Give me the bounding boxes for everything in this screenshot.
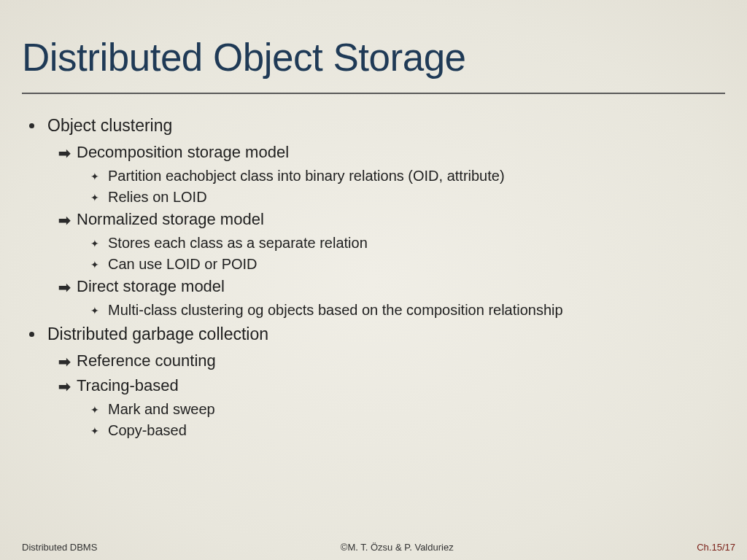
diamond-icon: ✦ [90, 305, 99, 316]
diamond-icon: ✦ [90, 425, 99, 437]
bullet-l2: ➡ Direct storage model [58, 277, 725, 298]
bullet-text: Partition eachobject class into binary r… [108, 168, 505, 184]
bullet-l2: ➡ Reference counting [58, 351, 725, 372]
bullet-l3: ✦ Mark and sweep [90, 401, 725, 418]
arrow-right-icon: ➡ [58, 143, 71, 163]
bullet-text: Copy-based [108, 422, 187, 439]
content-area: Object clustering ➡ Decomposition storag… [22, 116, 725, 439]
bullet-text: Distributed garbage collection [47, 324, 268, 344]
footer-left: Distributed DBMS [22, 542, 97, 553]
bullet-dot-icon [29, 123, 34, 128]
diamond-icon: ✦ [90, 238, 99, 249]
bullet-l3: ✦ Relies on LOID [90, 189, 725, 206]
bullet-text: Normalized storage model [77, 210, 264, 229]
bullet-l1: Object clustering [29, 116, 725, 136]
arrow-right-icon: ➡ [58, 376, 71, 397]
bullet-text: Tracing-based [77, 376, 179, 395]
bullet-l3: ✦ Stores each class as a separate relati… [90, 235, 725, 252]
bullet-text: Decomposition storage model [77, 143, 289, 162]
bullet-l1: Distributed garbage collection [29, 324, 725, 344]
diamond-icon: ✦ [90, 404, 99, 416]
footer-center: ©M. T. Özsu & P. Valduriez [341, 542, 454, 553]
diamond-icon: ✦ [90, 171, 99, 182]
bullet-l2: ➡ Tracing-based [58, 376, 725, 397]
diamond-icon: ✦ [90, 259, 99, 271]
arrow-right-icon: ➡ [58, 351, 71, 372]
bullet-l3: ✦ Can use LOID or POID [90, 256, 725, 273]
bullet-l3: ✦ Multi-class clustering og objects base… [90, 302, 725, 319]
arrow-right-icon: ➡ [58, 277, 71, 298]
slide: Distributed Object Storage Object cluste… [0, 0, 747, 560]
footer-right: Ch.15/17 [697, 542, 735, 553]
bullet-l2: ➡ Normalized storage model [58, 210, 725, 230]
bullet-text: Multi-class clustering og objects based … [108, 302, 563, 319]
bullet-text: Direct storage model [77, 277, 225, 296]
bullet-l3: ✦ Copy-based [90, 422, 725, 439]
footer: Distributed DBMS ©M. T. Özsu & P. Valdur… [0, 542, 747, 553]
bullet-dot-icon [29, 332, 34, 337]
diamond-icon: ✦ [90, 192, 99, 203]
title-rule [22, 93, 725, 94]
bullet-text: Can use LOID or POID [108, 256, 258, 273]
bullet-text: Stores each class as a separate relation [108, 235, 368, 252]
bullet-l3: ✦ Partition eachobject class into binary… [90, 168, 725, 184]
slide-title: Distributed Object Storage [22, 35, 725, 79]
bullet-l2: ➡ Decomposition storage model [58, 143, 725, 163]
bullet-text: Reference counting [77, 351, 216, 370]
bullet-text: Mark and sweep [108, 401, 215, 418]
bullet-text: Object clustering [47, 116, 172, 136]
arrow-right-icon: ➡ [58, 210, 71, 230]
bullet-text: Relies on LOID [108, 189, 207, 206]
